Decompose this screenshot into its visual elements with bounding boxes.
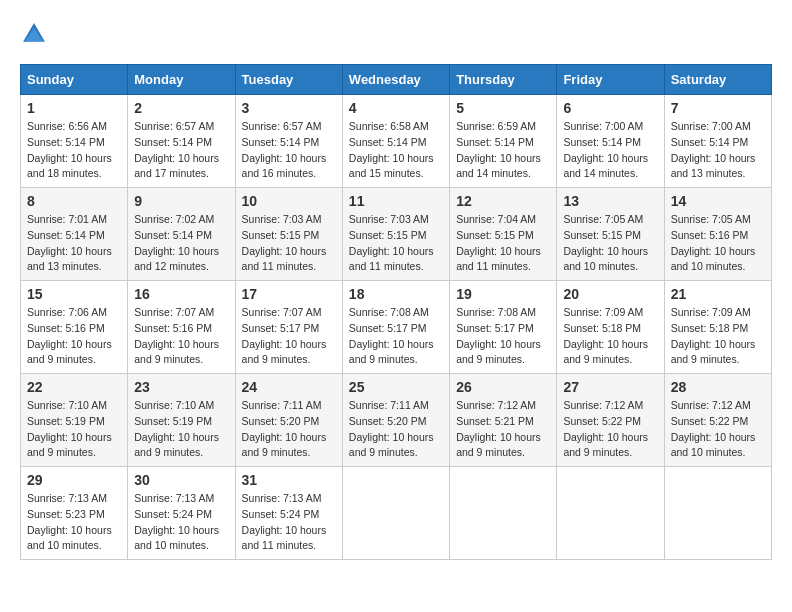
day-detail: Sunrise: 7:09 AM Sunset: 5:18 PM Dayligh… (563, 305, 657, 368)
day-detail: Sunrise: 7:10 AM Sunset: 5:19 PM Dayligh… (134, 398, 228, 461)
header (20, 20, 772, 48)
day-number: 31 (242, 472, 336, 488)
header-row: SundayMondayTuesdayWednesdayThursdayFrid… (21, 65, 772, 95)
day-cell (342, 467, 449, 560)
day-detail: Sunrise: 7:00 AM Sunset: 5:14 PM Dayligh… (563, 119, 657, 182)
day-number: 1 (27, 100, 121, 116)
day-detail: Sunrise: 7:05 AM Sunset: 5:15 PM Dayligh… (563, 212, 657, 275)
day-detail: Sunrise: 6:57 AM Sunset: 5:14 PM Dayligh… (134, 119, 228, 182)
day-detail: Sunrise: 6:56 AM Sunset: 5:14 PM Dayligh… (27, 119, 121, 182)
day-cell: 1 Sunrise: 6:56 AM Sunset: 5:14 PM Dayli… (21, 95, 128, 188)
day-number: 27 (563, 379, 657, 395)
day-number: 24 (242, 379, 336, 395)
day-detail: Sunrise: 7:02 AM Sunset: 5:14 PM Dayligh… (134, 212, 228, 275)
day-number: 2 (134, 100, 228, 116)
day-detail: Sunrise: 7:08 AM Sunset: 5:17 PM Dayligh… (349, 305, 443, 368)
header-day-saturday: Saturday (664, 65, 771, 95)
day-detail: Sunrise: 7:07 AM Sunset: 5:16 PM Dayligh… (134, 305, 228, 368)
day-detail: Sunrise: 7:08 AM Sunset: 5:17 PM Dayligh… (456, 305, 550, 368)
header-day-thursday: Thursday (450, 65, 557, 95)
day-cell: 5 Sunrise: 6:59 AM Sunset: 5:14 PM Dayli… (450, 95, 557, 188)
day-cell: 18 Sunrise: 7:08 AM Sunset: 5:17 PM Dayl… (342, 281, 449, 374)
day-detail: Sunrise: 7:11 AM Sunset: 5:20 PM Dayligh… (242, 398, 336, 461)
day-detail: Sunrise: 7:13 AM Sunset: 5:24 PM Dayligh… (242, 491, 336, 554)
day-cell: 17 Sunrise: 7:07 AM Sunset: 5:17 PM Dayl… (235, 281, 342, 374)
day-number: 15 (27, 286, 121, 302)
day-cell: 7 Sunrise: 7:00 AM Sunset: 5:14 PM Dayli… (664, 95, 771, 188)
day-number: 7 (671, 100, 765, 116)
day-detail: Sunrise: 7:03 AM Sunset: 5:15 PM Dayligh… (242, 212, 336, 275)
header-day-tuesday: Tuesday (235, 65, 342, 95)
day-number: 4 (349, 100, 443, 116)
header-day-monday: Monday (128, 65, 235, 95)
day-number: 28 (671, 379, 765, 395)
day-number: 29 (27, 472, 121, 488)
day-cell: 29 Sunrise: 7:13 AM Sunset: 5:23 PM Dayl… (21, 467, 128, 560)
week-row-1: 1 Sunrise: 6:56 AM Sunset: 5:14 PM Dayli… (21, 95, 772, 188)
day-number: 22 (27, 379, 121, 395)
day-detail: Sunrise: 6:57 AM Sunset: 5:14 PM Dayligh… (242, 119, 336, 182)
header-day-sunday: Sunday (21, 65, 128, 95)
day-cell: 19 Sunrise: 7:08 AM Sunset: 5:17 PM Dayl… (450, 281, 557, 374)
calendar-table: SundayMondayTuesdayWednesdayThursdayFrid… (20, 64, 772, 560)
day-number: 17 (242, 286, 336, 302)
day-cell: 4 Sunrise: 6:58 AM Sunset: 5:14 PM Dayli… (342, 95, 449, 188)
day-number: 21 (671, 286, 765, 302)
day-cell: 25 Sunrise: 7:11 AM Sunset: 5:20 PM Dayl… (342, 374, 449, 467)
day-detail: Sunrise: 7:06 AM Sunset: 5:16 PM Dayligh… (27, 305, 121, 368)
day-cell: 24 Sunrise: 7:11 AM Sunset: 5:20 PM Dayl… (235, 374, 342, 467)
header-day-wednesday: Wednesday (342, 65, 449, 95)
day-cell: 11 Sunrise: 7:03 AM Sunset: 5:15 PM Dayl… (342, 188, 449, 281)
week-row-3: 15 Sunrise: 7:06 AM Sunset: 5:16 PM Dayl… (21, 281, 772, 374)
day-cell: 30 Sunrise: 7:13 AM Sunset: 5:24 PM Dayl… (128, 467, 235, 560)
week-row-2: 8 Sunrise: 7:01 AM Sunset: 5:14 PM Dayli… (21, 188, 772, 281)
day-cell (664, 467, 771, 560)
day-detail: Sunrise: 7:13 AM Sunset: 5:23 PM Dayligh… (27, 491, 121, 554)
day-cell: 9 Sunrise: 7:02 AM Sunset: 5:14 PM Dayli… (128, 188, 235, 281)
day-cell (450, 467, 557, 560)
day-cell: 14 Sunrise: 7:05 AM Sunset: 5:16 PM Dayl… (664, 188, 771, 281)
day-detail: Sunrise: 6:58 AM Sunset: 5:14 PM Dayligh… (349, 119, 443, 182)
day-cell: 3 Sunrise: 6:57 AM Sunset: 5:14 PM Dayli… (235, 95, 342, 188)
day-detail: Sunrise: 7:07 AM Sunset: 5:17 PM Dayligh… (242, 305, 336, 368)
day-cell: 8 Sunrise: 7:01 AM Sunset: 5:14 PM Dayli… (21, 188, 128, 281)
day-detail: Sunrise: 7:10 AM Sunset: 5:19 PM Dayligh… (27, 398, 121, 461)
day-cell: 21 Sunrise: 7:09 AM Sunset: 5:18 PM Dayl… (664, 281, 771, 374)
day-cell: 2 Sunrise: 6:57 AM Sunset: 5:14 PM Dayli… (128, 95, 235, 188)
day-detail: Sunrise: 7:01 AM Sunset: 5:14 PM Dayligh… (27, 212, 121, 275)
day-detail: Sunrise: 7:12 AM Sunset: 5:22 PM Dayligh… (671, 398, 765, 461)
day-number: 25 (349, 379, 443, 395)
day-number: 11 (349, 193, 443, 209)
day-number: 13 (563, 193, 657, 209)
day-cell: 10 Sunrise: 7:03 AM Sunset: 5:15 PM Dayl… (235, 188, 342, 281)
logo-icon (20, 20, 48, 48)
day-detail: Sunrise: 7:04 AM Sunset: 5:15 PM Dayligh… (456, 212, 550, 275)
day-cell: 26 Sunrise: 7:12 AM Sunset: 5:21 PM Dayl… (450, 374, 557, 467)
day-number: 14 (671, 193, 765, 209)
day-cell: 12 Sunrise: 7:04 AM Sunset: 5:15 PM Dayl… (450, 188, 557, 281)
header-day-friday: Friday (557, 65, 664, 95)
day-number: 20 (563, 286, 657, 302)
day-cell (557, 467, 664, 560)
day-detail: Sunrise: 7:11 AM Sunset: 5:20 PM Dayligh… (349, 398, 443, 461)
day-number: 19 (456, 286, 550, 302)
day-detail: Sunrise: 7:05 AM Sunset: 5:16 PM Dayligh… (671, 212, 765, 275)
day-cell: 13 Sunrise: 7:05 AM Sunset: 5:15 PM Dayl… (557, 188, 664, 281)
day-detail: Sunrise: 7:13 AM Sunset: 5:24 PM Dayligh… (134, 491, 228, 554)
day-cell: 27 Sunrise: 7:12 AM Sunset: 5:22 PM Dayl… (557, 374, 664, 467)
day-cell: 15 Sunrise: 7:06 AM Sunset: 5:16 PM Dayl… (21, 281, 128, 374)
day-number: 3 (242, 100, 336, 116)
day-cell: 28 Sunrise: 7:12 AM Sunset: 5:22 PM Dayl… (664, 374, 771, 467)
day-cell: 23 Sunrise: 7:10 AM Sunset: 5:19 PM Dayl… (128, 374, 235, 467)
day-number: 23 (134, 379, 228, 395)
logo (20, 20, 52, 48)
day-cell: 20 Sunrise: 7:09 AM Sunset: 5:18 PM Dayl… (557, 281, 664, 374)
day-detail: Sunrise: 7:12 AM Sunset: 5:22 PM Dayligh… (563, 398, 657, 461)
day-detail: Sunrise: 7:09 AM Sunset: 5:18 PM Dayligh… (671, 305, 765, 368)
day-cell: 6 Sunrise: 7:00 AM Sunset: 5:14 PM Dayli… (557, 95, 664, 188)
day-number: 18 (349, 286, 443, 302)
day-detail: Sunrise: 7:12 AM Sunset: 5:21 PM Dayligh… (456, 398, 550, 461)
day-number: 30 (134, 472, 228, 488)
day-number: 12 (456, 193, 550, 209)
day-number: 10 (242, 193, 336, 209)
